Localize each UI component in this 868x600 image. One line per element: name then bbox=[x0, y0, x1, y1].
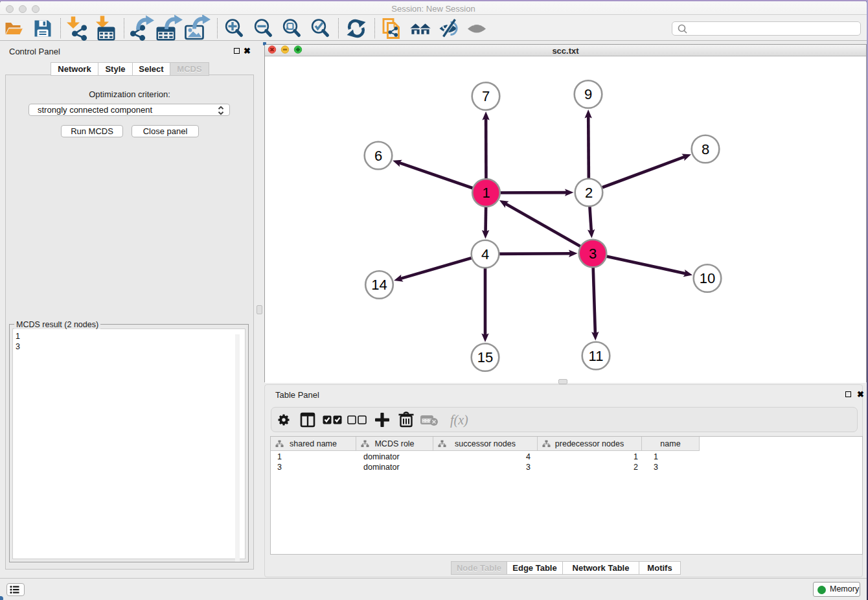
svg-text:f(x): f(x) bbox=[450, 413, 468, 428]
svg-text:2: 2 bbox=[585, 185, 593, 201]
svg-text:7: 7 bbox=[482, 88, 490, 104]
svg-text:11: 11 bbox=[589, 348, 604, 364]
svg-text:6: 6 bbox=[374, 148, 382, 164]
svg-text:9: 9 bbox=[584, 86, 592, 102]
svg-text:3: 3 bbox=[589, 246, 597, 262]
svg-text:1: 1 bbox=[482, 185, 490, 201]
svg-text:4: 4 bbox=[481, 246, 489, 262]
svg-text:10: 10 bbox=[700, 270, 715, 286]
svg-text:14: 14 bbox=[371, 277, 387, 293]
svg-text:15: 15 bbox=[477, 349, 493, 365]
svg-text:8: 8 bbox=[702, 141, 709, 157]
